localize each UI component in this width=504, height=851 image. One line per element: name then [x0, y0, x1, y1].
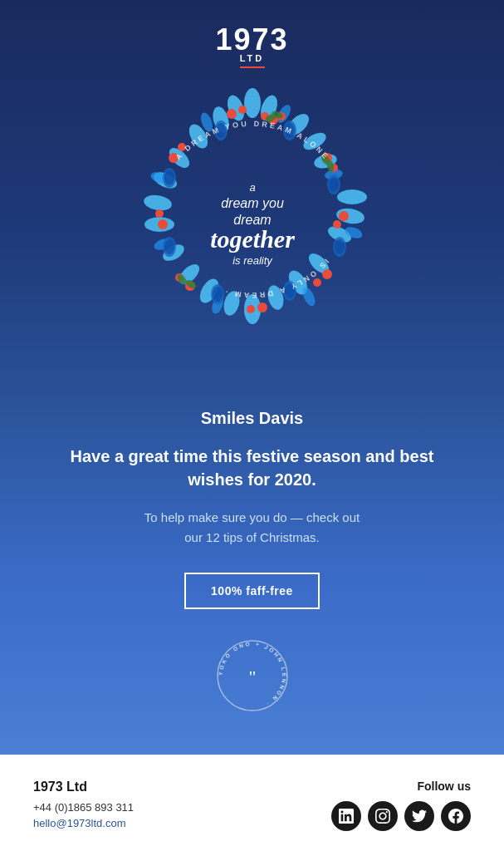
social-icons [331, 801, 471, 831]
content-section: Smiles Davis Have a great time this fest… [0, 401, 504, 755]
subtext: To help make sure you do — check out our… [50, 508, 454, 548]
svg-point-45 [164, 239, 174, 254]
footer-top: 1973 Ltd +44 (0)1865 893 311 hello@1973l… [33, 780, 471, 848]
linkedin-icon[interactable] [331, 801, 361, 831]
svg-point-41 [329, 177, 339, 192]
wreath-illustration: A DREAM YOU DREAM ALONE IS ONLY A DREAM … [128, 85, 377, 334]
svg-point-65 [227, 109, 237, 119]
instagram-icon[interactable] [368, 801, 398, 831]
svg-point-61 [158, 219, 168, 229]
svg-point-55 [322, 269, 332, 279]
logo-container: 1973 LTD [17, 25, 487, 68]
footer-phone: +44 (0)1865 893 311 [33, 801, 134, 814]
svg-point-56 [313, 278, 321, 287]
footer-email: hello@1973ltd.com [33, 817, 134, 829]
hero-section: 1973 LTD [0, 0, 504, 401]
svg-point-66 [238, 106, 247, 114]
svg-point-44 [213, 287, 223, 302]
email-wrapper: 1973 LTD [0, 0, 504, 851]
svg-point-7 [337, 189, 367, 204]
twitter-icon[interactable] [404, 801, 434, 831]
subtext-line2: our 12 tips of Christmas. [184, 530, 320, 544]
svg-text:dream you: dream you [221, 196, 284, 210]
svg-point-42 [335, 239, 345, 254]
logo-ltd: LTD [17, 53, 487, 63]
cta-button[interactable]: 100% faff-free [184, 573, 320, 609]
footer-section: 1973 Ltd +44 (0)1865 893 311 hello@1973l… [0, 755, 504, 851]
footer-left: 1973 Ltd +44 (0)1865 893 311 hello@1973l… [33, 780, 134, 829]
svg-text:a: a [249, 181, 255, 194]
svg-text:together: together [210, 225, 295, 253]
svg-point-53 [339, 211, 349, 221]
svg-point-57 [257, 303, 267, 312]
cta-container: 100% faff-free [50, 573, 454, 638]
headline: Have a great time this festive season an… [50, 445, 454, 491]
quote-badge: " YOKO ONO + JOHN LENNON · [215, 638, 290, 713]
logo-underline [240, 66, 265, 68]
footer-company-name: 1973 Ltd [33, 780, 134, 794]
svg-text:is reality: is reality [232, 254, 273, 267]
svg-text:": " [248, 667, 256, 687]
recipient-name: Smiles Davis [50, 409, 454, 428]
svg-point-54 [333, 220, 341, 229]
footer-right: Follow us [331, 780, 471, 831]
facebook-icon[interactable] [441, 801, 471, 831]
svg-point-19 [142, 193, 173, 213]
logo-number: 1973 [17, 25, 487, 55]
follow-us-label: Follow us [331, 780, 471, 793]
svg-point-46 [164, 170, 174, 185]
svg-point-62 [155, 209, 164, 218]
svg-point-1 [244, 88, 261, 118]
subtext-line1: To help make sure you do — check out [144, 510, 360, 524]
svg-point-58 [247, 305, 255, 313]
